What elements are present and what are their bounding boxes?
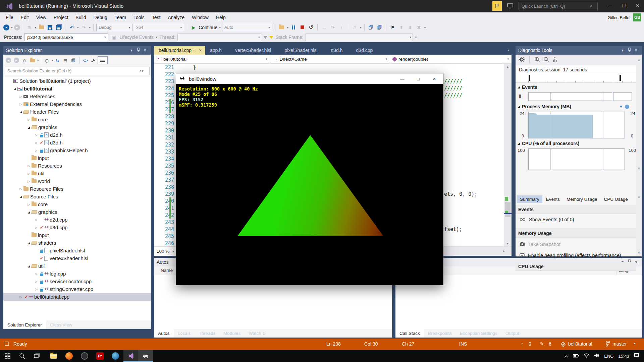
editor-vertical-scrollbar[interactable]: ▴ ▾	[504, 64, 512, 246]
tree-item[interactable]: pixelShader.hlsl	[3, 247, 151, 254]
tree-item[interactable]: ◢graphics	[3, 208, 151, 216]
firefox-icon[interactable]	[62, 350, 76, 362]
document-tab[interactable]: d3d.cpp	[352, 46, 382, 55]
restore-button[interactable]: ❐	[617, 0, 631, 11]
menu-item-debug[interactable]: Debug	[90, 13, 111, 22]
scroll-up-arrow-icon[interactable]: ∧	[636, 195, 642, 198]
tab-autos[interactable]: Autos	[154, 329, 174, 338]
filter-flagged-threads-icon[interactable]	[269, 36, 273, 39]
thread-combo[interactable]: ▾	[177, 34, 261, 41]
collapsed-arrow-icon[interactable]: ▷	[34, 218, 39, 222]
scroll-right-arrow-icon[interactable]: ▸	[503, 249, 505, 253]
filezilla-icon[interactable]: Fz	[93, 350, 107, 362]
collapsed-arrow-icon[interactable]: ▷	[26, 180, 32, 183]
collapsed-arrow-icon[interactable]: ▷	[26, 164, 32, 168]
redo-icon[interactable]: ↷	[80, 24, 88, 31]
clear-bookmarks-icon[interactable]: ✖	[415, 24, 423, 31]
diag-tab-memory-usage[interactable]: Memory Usage	[564, 195, 600, 203]
app-icon-blue[interactable]	[108, 350, 123, 362]
tree-item[interactable]: ◢graphics	[3, 123, 151, 131]
collapse-all-icon[interactable]: ⊟	[62, 57, 69, 64]
close-icon[interactable]: ✕	[142, 48, 148, 53]
bell0window-taskbar-icon[interactable]	[138, 350, 153, 362]
reset-view-icon[interactable]	[552, 57, 558, 63]
pending-changes-filter-icon[interactable]: ◷	[43, 57, 51, 64]
view-code-icon[interactable]: <>	[82, 57, 89, 64]
expanded-arrow-icon[interactable]: ◢	[26, 210, 32, 214]
stack-frame-combo[interactable]: ▾	[306, 34, 413, 41]
debug-target-combo[interactable]: Auto▾	[222, 24, 272, 31]
action-center-icon[interactable]	[634, 353, 639, 359]
collapsed-arrow-icon[interactable]: ▷	[34, 272, 39, 276]
expanded-arrow-icon[interactable]: ◢	[26, 264, 32, 268]
navigate-back-icon[interactable]: ◂	[3, 24, 9, 31]
tab-exception-settings[interactable]: Exception Settings	[456, 329, 501, 338]
clock[interactable]: 15:43	[618, 354, 629, 359]
collapsed-arrow-icon[interactable]: ▷	[26, 172, 32, 175]
quick-launch-input[interactable]	[519, 4, 590, 9]
diagnostics-scrollbar[interactable]: ∧ ∨ ∧ ∨	[636, 57, 642, 256]
menu-item-tools[interactable]: Tools	[130, 13, 148, 22]
taskbar-search-icon[interactable]	[15, 350, 30, 362]
step-over-icon[interactable]: ↷	[329, 24, 336, 31]
tree-item[interactable]: ▷Resources	[3, 162, 151, 170]
name-column-header[interactable]: Name	[161, 268, 173, 273]
tree-item[interactable]: ◢shaders	[3, 239, 151, 247]
continue-icon[interactable]: ▶	[190, 24, 197, 31]
lifecycle-events-button[interactable]: Lifecycle Events	[119, 35, 153, 40]
break-all-icon[interactable]	[290, 24, 297, 31]
filter-dropdown[interactable]: ▾	[52, 59, 53, 62]
tree-item[interactable]: ▷core	[3, 200, 151, 208]
diagnostic-tools-title-bar[interactable]: Diagnostic Tools ▾ ✕	[516, 46, 642, 55]
heap-profiling-row[interactable]: Enable heap profiling (affects performan…	[516, 251, 636, 260]
quick-launch-box[interactable]: ⌕	[519, 2, 598, 10]
expanded-arrow-icon[interactable]: ◢	[26, 241, 32, 245]
menu-item-file[interactable]: File	[2, 13, 17, 22]
open-file-icon[interactable]	[38, 24, 45, 31]
collapsed-arrow-icon[interactable]: ▷	[34, 280, 39, 283]
memory-section-header[interactable]: ◢Process Memory (MB) ▼	[516, 102, 636, 111]
member-dropdown[interactable]: render(double)▾	[390, 55, 512, 63]
branch-name[interactable]: master	[612, 341, 627, 347]
switch-views-dropdown[interactable]: ▾	[37, 59, 39, 62]
tree-item[interactable]: ▷References	[3, 93, 151, 100]
tab-overflow-chevron[interactable]: ▾	[508, 48, 509, 52]
menu-item-window[interactable]: Window	[188, 13, 212, 22]
minimize-button[interactable]: ─	[603, 0, 617, 11]
collapsed-arrow-icon[interactable]: ▷	[34, 226, 39, 229]
pin-icon[interactable]: ⊺	[194, 48, 196, 53]
visual-studio-taskbar-icon[interactable]	[123, 350, 138, 362]
menu-item-help[interactable]: Help	[212, 13, 229, 22]
minimize-button[interactable]: —	[395, 73, 410, 84]
close-button[interactable]: ✕	[631, 0, 644, 11]
pin-icon[interactable]	[135, 48, 142, 53]
scroll-down-arrow-icon[interactable]: ∨	[636, 251, 642, 254]
take-snapshot-row[interactable]: Take Snapshot	[516, 240, 636, 249]
solution-platform-combo[interactable]: x64▾	[134, 24, 184, 31]
home-icon[interactable]: ⌂	[21, 57, 28, 64]
preview-selected-items-toggle[interactable]: ▬	[98, 56, 108, 64]
tab-solution-explorer[interactable]: Solution Explorer	[3, 320, 46, 329]
collapsed-arrow-icon[interactable]: ▷	[18, 95, 23, 98]
zoom-out-icon[interactable]	[543, 57, 549, 63]
tree-item[interactable]: ▷✓hd3d.h	[3, 139, 151, 146]
feedback-icon[interactable]	[506, 2, 515, 10]
input-language[interactable]: ENG	[604, 354, 613, 359]
save-icon[interactable]	[46, 24, 54, 31]
collapsed-arrow-icon[interactable]: ▷	[18, 187, 23, 191]
collapsed-arrow-icon[interactable]: ▷	[26, 118, 32, 121]
solution-search-input[interactable]	[5, 68, 139, 73]
diag-tab-events[interactable]: Events	[543, 195, 563, 203]
scrollbar-thumb[interactable]	[505, 202, 511, 217]
process-combo[interactable]: [13340] bell0tutorial.exe▾	[24, 34, 108, 41]
scroll-down-arrow-icon[interactable]: ▾	[504, 242, 512, 245]
redo-dropdown[interactable]: ▾	[89, 26, 91, 29]
zoom-in-icon[interactable]	[534, 57, 540, 63]
collapsed-arrow-icon[interactable]: ▷	[18, 295, 23, 299]
menu-item-analyze[interactable]: Analyze	[164, 13, 188, 22]
bell0window-app-window[interactable]: bell0window — □ ✕ Resolution: 800 x 600 …	[176, 73, 443, 285]
cpu-chart[interactable]: 100 100	[516, 148, 636, 170]
volume-icon[interactable]	[594, 353, 599, 359]
unpushed-commits-count[interactable]: 0	[529, 341, 531, 347]
switch-views-icon[interactable]	[29, 57, 36, 64]
